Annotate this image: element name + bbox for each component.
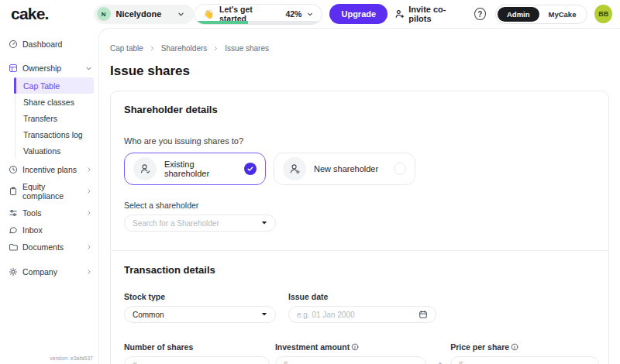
issue-date-field xyxy=(288,306,436,323)
existing-shareholder-label: Existing shareholder xyxy=(164,160,236,178)
toggle-admin[interactable]: Admin xyxy=(498,7,539,22)
link-icon xyxy=(433,362,443,364)
sidebar-label: Company xyxy=(22,267,57,276)
investment-amount-input[interactable] xyxy=(284,361,418,364)
sidebar-item-company[interactable]: Company xyxy=(0,263,98,280)
sidebar-label: Documents xyxy=(22,242,64,252)
radio-selected-icon xyxy=(244,163,257,175)
sidebar-item-documents[interactable]: Documents xyxy=(0,239,98,256)
get-started-progress-pill[interactable]: 👋 Let's get started 42% xyxy=(194,4,322,25)
new-shareholder-label: New shareholder xyxy=(314,164,378,173)
chevron-right-icon xyxy=(86,244,92,250)
clipboard-icon xyxy=(9,187,18,196)
sidebar-item-inbox[interactable]: Inbox xyxy=(0,221,98,239)
sidebar-label: Incentive plans xyxy=(22,165,77,174)
sidebar-label: Equity compliance xyxy=(22,182,81,201)
header-actions: 👋 Let's get started 42% Upgrade Invite c… xyxy=(194,4,612,25)
admin-mycake-toggle: Admin MyCake xyxy=(495,5,587,24)
chevron-right-icon xyxy=(86,188,92,194)
caret-down-icon xyxy=(261,312,267,317)
page-title: Issue shares xyxy=(110,64,609,79)
transaction-details-heading: Transaction details xyxy=(124,264,599,276)
sidebar-item-transfers[interactable]: Transfers xyxy=(16,110,94,126)
calendar-icon[interactable] xyxy=(418,310,428,319)
company-avatar: N xyxy=(97,7,111,21)
price-per-share-label-text: Price per share xyxy=(450,342,509,352)
select-shareholder-label: Select a shareholder xyxy=(124,201,599,210)
investment-amount-label: Investment amount xyxy=(275,342,426,352)
help-icon[interactable]: ? xyxy=(474,8,486,20)
invite-copilots-button[interactable]: Invite co-pilots xyxy=(394,5,465,23)
breadcrumb: Cap table Shareholders Issue shares xyxy=(110,44,609,53)
sidebar-label: Ownership xyxy=(22,64,61,73)
investment-amount-field xyxy=(275,356,426,364)
cake-logo: cake. xyxy=(11,5,49,23)
sidebar-item-share-classes[interactable]: Share classes xyxy=(16,94,94,110)
sidebar-item-transactions-log[interactable]: Transactions log xyxy=(16,126,94,143)
linked-fields-icon-wrap xyxy=(432,342,446,364)
invite-copilots-label: Invite co-pilots xyxy=(408,5,465,23)
number-of-shares-field xyxy=(124,356,270,364)
company-selector[interactable]: N Nicelydone xyxy=(94,5,195,24)
stock-type-select[interactable]: Common xyxy=(124,306,276,323)
investment-amount-label-text: Investment amount xyxy=(275,342,350,352)
sidebar-item-dashboard[interactable]: Dashboard xyxy=(0,36,98,53)
sidebar-label: Tools xyxy=(22,208,42,218)
sidebar-item-valuations[interactable]: Valuations xyxy=(16,143,94,159)
chevron-right-icon xyxy=(213,46,219,51)
sidebar-label: Dashboard xyxy=(22,39,62,49)
issuing-question-label: Who are you issuing shares to? xyxy=(124,136,599,146)
sidebar-item-tools[interactable]: Tools xyxy=(0,204,98,221)
user-avatar[interactable]: BB xyxy=(594,5,612,23)
price-per-share-input[interactable] xyxy=(459,361,591,364)
person-plus-icon xyxy=(394,9,405,19)
progress-track xyxy=(195,21,322,24)
issue-date-label: Issue date xyxy=(288,292,436,301)
stock-type-value: Common xyxy=(133,311,164,319)
new-shareholder-option[interactable]: New shareholder xyxy=(274,153,415,185)
chevron-down-icon xyxy=(307,11,313,18)
clock-icon xyxy=(9,165,18,174)
toggle-mycake[interactable]: MyCake xyxy=(539,7,586,22)
price-per-share-label: Price per share xyxy=(450,342,599,352)
sidebar: Dashboard Ownership Cap Table Share clas… xyxy=(0,28,98,364)
radio-unselected-icon xyxy=(394,163,406,175)
sidebar-item-incentive-plans[interactable]: Incentive plans xyxy=(0,161,98,178)
folder-icon xyxy=(9,242,18,252)
chevron-right-icon xyxy=(150,46,155,51)
sliders-icon xyxy=(9,208,18,218)
section-divider xyxy=(111,250,608,251)
number-of-shares-input[interactable] xyxy=(133,361,261,364)
main-panel: Cap table Shareholders Issue shares Issu… xyxy=(98,28,620,364)
chat-bubble-icon xyxy=(9,225,18,235)
shareholder-select-placeholder: Search for a Shareholder xyxy=(133,219,219,228)
sidebar-item-ownership[interactable]: Ownership xyxy=(0,60,98,77)
chevron-right-icon xyxy=(86,210,92,216)
issue-shares-form-card: Shareholder details Who are you issuing … xyxy=(110,91,609,364)
shareholder-details-heading: Shareholder details xyxy=(124,104,599,115)
upgrade-button[interactable]: Upgrade xyxy=(329,4,388,24)
person-plus-icon xyxy=(283,157,306,180)
chevron-right-icon xyxy=(86,269,92,275)
chevron-right-icon xyxy=(86,167,92,173)
shares-amount-row: Number of shares Investment amount xyxy=(124,342,599,364)
caret-down-icon xyxy=(261,221,267,225)
existing-shareholder-option[interactable]: Existing shareholder xyxy=(124,153,266,185)
ownership-submenu: Cap Table Share classes Transfers Transa… xyxy=(15,77,94,159)
sidebar-item-equity-compliance[interactable]: Equity compliance xyxy=(0,178,98,204)
sidebar-item-cap-table[interactable]: Cap Table xyxy=(16,77,94,94)
info-icon[interactable] xyxy=(351,343,359,351)
breadcrumb-issue-shares: Issue shares xyxy=(225,44,269,53)
info-icon[interactable] xyxy=(511,343,518,351)
top-header: cake. N Nicelydone 👋 Let's get started 4… xyxy=(0,0,620,28)
wave-emoji-icon: 👋 xyxy=(203,9,214,19)
shareholder-type-options: Existing shareholder New shareholder xyxy=(124,153,599,185)
person-check-icon xyxy=(133,157,157,180)
shareholder-select[interactable]: Search for a Shareholder xyxy=(124,215,276,232)
sidebar-label: Inbox xyxy=(22,225,43,235)
issue-date-input[interactable] xyxy=(297,311,414,319)
grid-icon xyxy=(9,64,18,73)
breadcrumb-cap-table[interactable]: Cap table xyxy=(110,44,143,53)
stock-date-row: Stock type Common Issue date xyxy=(124,292,599,323)
breadcrumb-shareholders[interactable]: Shareholders xyxy=(161,44,207,53)
